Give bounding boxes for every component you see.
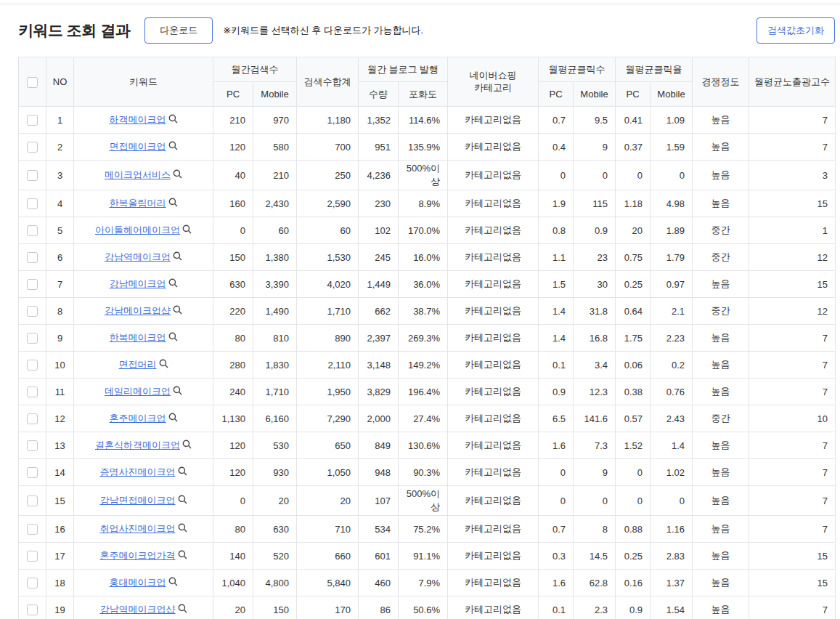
header-no: NO xyxy=(46,57,74,107)
competition-value: 높음 xyxy=(693,325,749,352)
ctr-pc-value: 0.38 xyxy=(616,379,651,405)
keyword-link[interactable]: 데일리메이크업 xyxy=(105,386,171,397)
competition-value: 높음 xyxy=(693,271,749,298)
ctr-mobile-value: 1.59 xyxy=(651,134,693,161)
search-icon[interactable] xyxy=(173,386,182,397)
row-checkbox[interactable] xyxy=(27,198,38,209)
ctr-mobile-value: 2.83 xyxy=(651,543,693,570)
avg-ads-value: 7 xyxy=(749,432,836,459)
row-checkbox[interactable] xyxy=(27,142,38,153)
search-icon[interactable] xyxy=(173,251,182,263)
reset-search-button[interactable]: 검색값초기화 xyxy=(757,17,835,44)
search-pc-value: 630 xyxy=(213,271,253,298)
keyword-cell: 아이돌헤어메이크업 xyxy=(74,217,213,244)
search-icon[interactable] xyxy=(182,224,192,236)
clicks-mobile-value: 0 xyxy=(574,161,616,190)
row-checkbox[interactable] xyxy=(27,252,38,263)
row-checkbox-cell xyxy=(19,134,46,161)
row-checkbox[interactable] xyxy=(27,524,38,535)
blog-saturation-value: 90.3% xyxy=(399,459,448,486)
keyword-link[interactable]: 메이크업서비스 xyxy=(105,169,171,180)
keyword-link[interactable]: 면접메이크업 xyxy=(110,141,166,152)
keyword-cell: 한복올림머리 xyxy=(74,190,213,217)
keyword-link[interactable]: 증명사진메이크업 xyxy=(100,466,176,477)
search-icon[interactable] xyxy=(173,305,182,317)
search-total-value: 1,710 xyxy=(297,298,359,325)
download-button[interactable]: 다운로드 xyxy=(144,17,213,44)
search-icon[interactable] xyxy=(168,198,178,209)
header-competition: 경쟁정도 xyxy=(693,57,749,107)
select-all-checkbox[interactable] xyxy=(27,77,38,88)
keyword-link[interactable]: 한복메이크업 xyxy=(110,332,166,343)
row-checkbox[interactable] xyxy=(27,279,38,290)
row-checkbox[interactable] xyxy=(27,333,38,344)
row-checkbox-cell xyxy=(19,405,46,432)
search-icon[interactable] xyxy=(178,604,187,615)
row-checkbox[interactable] xyxy=(27,440,38,451)
keyword-link[interactable]: 하객메이크업 xyxy=(110,114,166,125)
keyword-link[interactable]: 면접머리 xyxy=(119,359,157,370)
blog-qty-value: 107 xyxy=(359,486,399,516)
blog-saturation-value: 500%이상 xyxy=(399,486,448,516)
keyword-link[interactable]: 강남메이크업 xyxy=(110,278,166,289)
competition-value: 중간 xyxy=(693,298,749,325)
search-icon[interactable] xyxy=(168,577,178,588)
naver-category-value: 카테고리없음 xyxy=(448,543,539,570)
keyword-link[interactable]: 혼주메이크업가격 xyxy=(100,550,176,561)
row-checkbox[interactable] xyxy=(27,604,38,615)
row-checkbox[interactable] xyxy=(27,115,38,126)
search-icon[interactable] xyxy=(168,332,178,344)
ctr-mobile-value: 2.23 xyxy=(651,325,693,352)
search-icon[interactable] xyxy=(178,495,187,506)
keyword-link[interactable]: 취업사진메이크업 xyxy=(100,523,176,534)
competition-value: 높음 xyxy=(693,543,749,570)
row-checkbox[interactable] xyxy=(27,578,38,588)
keyword-link[interactable]: 결혼식하객메이크업 xyxy=(95,440,180,450)
keyword-link[interactable]: 혼주메이크업 xyxy=(110,413,166,424)
keyword-cell: 강남메이크업 xyxy=(74,271,213,298)
search-icon[interactable] xyxy=(168,141,178,153)
row-checkbox-cell xyxy=(19,244,46,271)
search-pc-value: 0 xyxy=(213,486,253,516)
row-checkbox[interactable] xyxy=(27,495,38,506)
ctr-pc-value: 1.18 xyxy=(616,190,651,217)
keyword-link[interactable]: 홍대메이크업 xyxy=(110,577,166,588)
keyword-link[interactable]: 강남메이크업샵 xyxy=(105,305,171,316)
row-checkbox[interactable] xyxy=(27,551,38,562)
keyword-link[interactable]: 강남면접메이크업 xyxy=(100,495,176,506)
keyword-link[interactable]: 강남역메이크업샵 xyxy=(100,604,176,615)
naver-category-value: 카테고리없음 xyxy=(448,516,539,543)
header-search-mobile: Mobile xyxy=(253,82,297,107)
blog-qty-value: 849 xyxy=(359,432,399,459)
header-avg-clicks: 월평균클릭수 xyxy=(539,57,616,82)
keyword-link[interactable]: 한복올림머리 xyxy=(110,198,166,209)
naver-category-value: 카테고리없음 xyxy=(448,352,539,379)
row-checkbox[interactable] xyxy=(27,387,38,397)
search-icon[interactable] xyxy=(168,413,178,424)
header-blog-qty: 수량 xyxy=(359,82,399,107)
search-total-value: 1,530 xyxy=(297,244,359,271)
row-checkbox[interactable] xyxy=(27,360,38,371)
search-icon[interactable] xyxy=(173,169,182,181)
search-mobile-value: 1,710 xyxy=(253,379,297,405)
row-number: 4 xyxy=(46,190,74,217)
naver-category-value: 카테고리없음 xyxy=(448,486,539,516)
search-icon[interactable] xyxy=(182,440,192,451)
blog-qty-value: 948 xyxy=(359,459,399,486)
row-checkbox[interactable] xyxy=(27,225,38,236)
row-checkbox[interactable] xyxy=(27,170,38,181)
ctr-mobile-value: 4.98 xyxy=(651,190,693,217)
search-icon[interactable] xyxy=(159,359,168,371)
search-icon[interactable] xyxy=(178,550,187,562)
row-checkbox[interactable] xyxy=(27,413,38,424)
row-checkbox[interactable] xyxy=(27,467,38,478)
search-icon[interactable] xyxy=(168,278,178,290)
search-icon[interactable] xyxy=(168,114,178,126)
keyword-link[interactable]: 아이돌헤어메이크업 xyxy=(95,224,180,235)
row-checkbox[interactable] xyxy=(27,306,38,317)
search-icon[interactable] xyxy=(178,523,187,535)
blog-qty-value: 3,148 xyxy=(359,352,399,379)
keyword-link[interactable]: 강남역메이크업 xyxy=(105,251,171,262)
keyword-cell: 혼주메이크업 xyxy=(74,405,213,432)
search-icon[interactable] xyxy=(178,466,187,478)
